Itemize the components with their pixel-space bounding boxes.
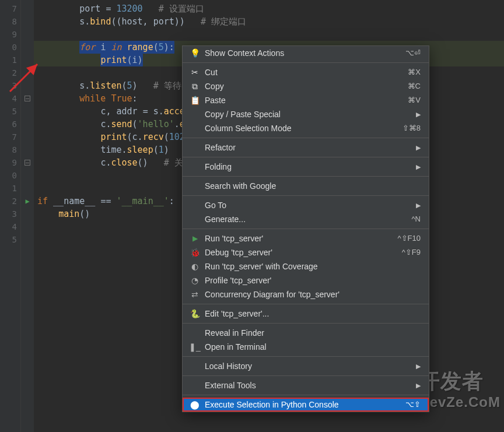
menu-item[interactable]: Folding▶ bbox=[183, 160, 429, 174]
menu-item[interactable]: Column Selection Mode⇧⌘8 bbox=[183, 121, 429, 135]
gutter-slot bbox=[21, 66, 34, 79]
menu-item[interactable]: ◐Run 'tcp_server' with Coverage bbox=[183, 259, 429, 273]
menu-item[interactable]: Refactor▶ bbox=[183, 141, 429, 154]
menu-shortcut: ⌘X bbox=[408, 65, 421, 79]
gutter-slot bbox=[21, 54, 34, 66]
menu-item[interactable]: Copy / Paste Special▶ bbox=[183, 107, 429, 121]
menu-item-label: Column Selection Mode bbox=[205, 121, 402, 135]
line-number: 3 bbox=[0, 79, 20, 92]
gutter-slot bbox=[21, 208, 34, 220]
code-line[interactable]: port = 13200 # 设置端口 bbox=[34, 2, 504, 15]
menu-item[interactable]: 🐞Debug 'tcp_server'^⇧F9 bbox=[183, 245, 429, 259]
line-number: 1 bbox=[0, 182, 20, 195]
submenu-arrow-icon: ▶ bbox=[416, 198, 421, 212]
submenu-arrow-icon: ▶ bbox=[416, 359, 421, 373]
menu-item-label: Profile 'tcp_server' bbox=[205, 273, 421, 287]
terminal-icon: ❚_ bbox=[189, 340, 201, 354]
submenu-arrow-icon: ▶ bbox=[416, 160, 421, 174]
line-number: 2 bbox=[0, 66, 20, 79]
menu-item[interactable]: Generate...^N bbox=[183, 212, 429, 226]
fold-icon[interactable] bbox=[24, 160, 30, 166]
run-icon: ▶ bbox=[192, 231, 198, 245]
menu-item[interactable]: ▶Run 'tcp_server'^⇧F10 bbox=[183, 231, 429, 245]
menu-item-label: Open in Terminal bbox=[205, 340, 421, 354]
gutter-slot bbox=[21, 118, 34, 131]
bulb-icon: 💡 bbox=[190, 46, 200, 60]
menu-item-label: Cut bbox=[205, 65, 408, 79]
menu-item[interactable]: 💡Show Context Actions⌥⏎ bbox=[183, 46, 429, 60]
menu-item[interactable]: Local History▶ bbox=[183, 359, 429, 373]
line-number: 1 bbox=[0, 54, 20, 66]
line-number: 6 bbox=[0, 118, 20, 131]
cut-icon: ✂ bbox=[191, 65, 198, 79]
submenu-arrow-icon: ▶ bbox=[416, 107, 421, 121]
line-number: 2 bbox=[0, 195, 20, 208]
menu-item-label: Show Context Actions bbox=[205, 46, 405, 60]
menu-shortcut: ⌘V bbox=[408, 93, 421, 107]
gutter-slot: ▶ bbox=[21, 195, 34, 208]
menu-separator bbox=[183, 176, 429, 177]
menu-item-label: Run 'tcp_server' bbox=[205, 231, 397, 245]
menu-item-label: Reveal in Finder bbox=[205, 326, 421, 340]
menu-separator bbox=[183, 157, 429, 157]
menu-item-label: External Tools bbox=[205, 378, 416, 392]
gutter-slot bbox=[21, 41, 34, 54]
line-number: 8 bbox=[0, 15, 20, 28]
line-number: 7 bbox=[0, 2, 20, 15]
menu-item-label: Run 'tcp_server' with Coverage bbox=[205, 259, 421, 273]
line-number-gutter: 7890123456789012345 bbox=[0, 0, 21, 432]
gutter-slot bbox=[21, 143, 34, 156]
python-icon: 🐍 bbox=[190, 307, 200, 321]
line-number: 5 bbox=[0, 105, 20, 118]
menu-item[interactable]: Reveal in Finder bbox=[183, 326, 429, 340]
line-number: 4 bbox=[0, 92, 20, 105]
menu-item[interactable]: 📋Paste⌘V bbox=[183, 93, 429, 107]
menu-shortcut: ⌥⏎ bbox=[405, 46, 421, 60]
menu-shortcut: ^⇧F9 bbox=[402, 245, 421, 259]
menu-separator bbox=[183, 375, 429, 376]
menu-separator bbox=[183, 395, 429, 395]
code-line[interactable]: s.bind((host, port)) # 绑定端口 bbox=[34, 15, 504, 28]
menu-item[interactable]: Search with Google bbox=[183, 179, 429, 193]
menu-item-label: Copy bbox=[205, 79, 408, 93]
menu-item[interactable]: 🐍Edit 'tcp_server'... bbox=[183, 307, 429, 321]
menu-item[interactable]: External Tools▶ bbox=[183, 378, 429, 392]
menu-item[interactable]: ⬤Execute Selection in Python Console⌥⇧ bbox=[183, 398, 429, 412]
gutter-slot bbox=[21, 79, 34, 92]
run-gutter[interactable]: ▶ bbox=[21, 0, 34, 432]
gutter-slot bbox=[21, 169, 34, 182]
menu-item[interactable]: ✂Cut⌘X bbox=[183, 65, 429, 79]
line-number: 9 bbox=[0, 28, 20, 41]
menu-separator bbox=[183, 229, 429, 229]
menu-shortcut: ^N bbox=[412, 212, 421, 226]
menu-item[interactable]: ◔Profile 'tcp_server' bbox=[183, 273, 429, 287]
run-line-icon[interactable]: ▶ bbox=[25, 197, 29, 205]
menu-item-label: Debug 'tcp_server' bbox=[205, 245, 402, 259]
menu-item[interactable]: ⇄Concurrency Diagram for 'tcp_server' bbox=[183, 287, 429, 301]
menu-item-label: Go To bbox=[205, 198, 416, 212]
menu-item[interactable]: Go To▶ bbox=[183, 198, 429, 212]
gutter-slot bbox=[21, 233, 34, 246]
menu-item-label: Edit 'tcp_server'... bbox=[205, 307, 421, 321]
line-number: 4 bbox=[0, 220, 20, 233]
fold-icon[interactable] bbox=[24, 96, 30, 101]
menu-item-label: Folding bbox=[205, 160, 416, 174]
context-menu[interactable]: 💡Show Context Actions⌥⏎✂Cut⌘X⧉Copy⌘C📋Pas… bbox=[182, 45, 429, 412]
line-number: 7 bbox=[0, 131, 20, 143]
gutter-slot bbox=[21, 105, 34, 118]
gutter-slot bbox=[21, 15, 34, 28]
submenu-arrow-icon: ▶ bbox=[416, 378, 421, 392]
menu-item-label: Execute Selection in Python Console bbox=[205, 398, 405, 412]
menu-item[interactable]: ❚_Open in Terminal bbox=[183, 340, 429, 354]
menu-item-label: Copy / Paste Special bbox=[205, 107, 416, 121]
menu-item[interactable]: ⧉Copy⌘C bbox=[183, 79, 429, 93]
submenu-arrow-icon: ▶ bbox=[416, 141, 421, 154]
line-number: 0 bbox=[0, 41, 20, 54]
gutter-slot bbox=[21, 2, 34, 15]
code-line[interactable] bbox=[34, 28, 504, 41]
gutter-slot bbox=[21, 131, 34, 143]
menu-separator bbox=[183, 195, 429, 196]
menu-shortcut: ^⇧F10 bbox=[397, 231, 421, 245]
gutter-slot bbox=[21, 156, 34, 169]
copy-icon: ⧉ bbox=[192, 79, 198, 93]
